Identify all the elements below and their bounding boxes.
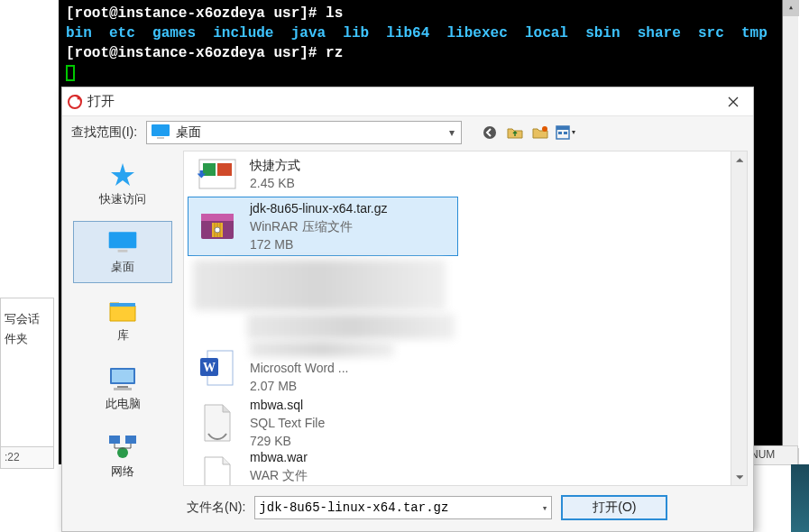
terminal-scrollbar[interactable]: ▴ ▾ — [782, 0, 798, 464]
svg-point-25 — [215, 227, 220, 233]
place-label: 快速访问 — [99, 191, 146, 207]
file-name: jdk-8u65-linux-x64.tar.gz — [250, 199, 388, 217]
app-icon — [68, 95, 82, 109]
left-session-label: 写会话 — [1, 309, 53, 329]
file-size: 2.07 MB — [250, 377, 394, 395]
filelist-scrollbar[interactable]: ⏶ ⏷ — [731, 151, 747, 485]
file-type: SQL Text File — [250, 414, 325, 432]
libraries-icon — [106, 297, 139, 324]
terminal-cmd-rz: rz — [326, 45, 343, 61]
status-left: :22 — [0, 446, 54, 469]
word-icon: W — [196, 346, 239, 390]
svg-rect-10 — [109, 233, 137, 249]
file-type: WinRAR 压缩文件 — [250, 217, 388, 235]
file-size: 2.45 KB — [250, 174, 300, 192]
quickaccess-icon — [106, 161, 139, 188]
right-decor — [791, 464, 809, 532]
desktop-icon — [106, 228, 139, 255]
svg-point-5 — [542, 126, 547, 132]
lookin-value: 桌面 — [176, 124, 443, 141]
terminal-prompt: [root@instance-x6ozdeya usr]# — [66, 45, 326, 61]
file-name: mbwa.sql — [250, 396, 325, 414]
svg-text:W: W — [203, 361, 216, 374]
place-label: 桌面 — [111, 259, 134, 275]
place-label: 网络 — [111, 463, 134, 480]
back-icon — [483, 125, 497, 140]
nav-back-button[interactable] — [480, 123, 500, 142]
svg-rect-8 — [558, 132, 562, 134]
svg-rect-23 — [201, 214, 234, 221]
lookin-dropdown[interactable]: 桌面 ▾ — [146, 121, 462, 144]
chevron-down-icon: ▾ — [443, 126, 461, 139]
svg-rect-7 — [556, 126, 569, 130]
file-name-redacted — [250, 341, 394, 357]
dialog-footer: 文件名(N): jdk-8u65-linux-x64.tar.gz ▾ 打开(O… — [62, 488, 753, 527]
place-libraries[interactable]: 库 — [73, 289, 172, 352]
chevron-down-icon: ▾ — [542, 502, 548, 514]
network-icon — [106, 433, 139, 460]
left-panel: 写会话 件夹 — [0, 298, 54, 469]
sql-file-icon — [196, 401, 239, 445]
up-folder-icon — [507, 125, 523, 140]
filename-combobox[interactable]: jdk-8u65-linux-x64.tar.gz ▾ — [254, 496, 552, 519]
open-button[interactable]: 打开(O) — [561, 495, 667, 520]
svg-point-4 — [483, 126, 496, 139]
filename-label: 文件名(N): — [187, 500, 245, 516]
lookin-toolbar: 查找范围(I): 桌面 ▾ — [62, 116, 753, 149]
svg-rect-15 — [117, 386, 128, 388]
svg-rect-9 — [564, 132, 567, 134]
file-name: 快捷方式 — [250, 156, 300, 174]
file-size: 00.0 MB — [250, 484, 308, 486]
close-button[interactable] — [713, 88, 753, 115]
file-item-war[interactable]: mbwa.war WAR 文件 00.0 MB — [188, 453, 458, 486]
terminal-cmd-ls: ls — [326, 5, 343, 22]
file-item-jdk[interactable]: jdk-8u65-linux-x64.tar.gz WinRAR 压缩文件 17… — [188, 197, 458, 256]
file-size: 172 MB — [250, 235, 388, 253]
scroll-down-icon[interactable]: ⏷ — [731, 469, 748, 485]
lookin-label: 查找范围(I): — [71, 124, 137, 141]
scroll-up-icon[interactable]: ▴ — [783, 0, 799, 16]
file-item-redacted[interactable] — [193, 260, 446, 310]
file-item-sql[interactable]: mbwa.sql SQL Text File 729 KB — [188, 393, 458, 453]
filename-value: jdk-8u65-linux-x64.tar.gz — [259, 500, 448, 515]
file-item-word[interactable]: W Microsoft Word ... 2.07 MB — [188, 343, 458, 393]
svg-rect-12 — [110, 303, 135, 307]
svg-rect-16 — [114, 388, 132, 390]
file-item-redacted[interactable] — [247, 314, 455, 339]
svg-rect-18 — [125, 436, 136, 444]
terminal-ls-output: bin etc games include java lib lib64 lib… — [66, 23, 791, 43]
open-button-label: 打开(O) — [593, 500, 636, 516]
svg-rect-2 — [152, 124, 170, 136]
file-item-shortcut[interactable]: 快捷方式 2.45 KB — [188, 151, 458, 197]
nav-up-button[interactable] — [505, 123, 525, 142]
view-menu-icon — [556, 125, 575, 140]
dialog-titlebar[interactable]: 打开 — [62, 87, 753, 116]
place-quickaccess[interactable]: 快速访问 — [73, 152, 172, 216]
svg-rect-3 — [157, 137, 164, 139]
open-dialog: 打开 查找范围(I): 桌面 ▾ — [61, 87, 754, 532]
place-label: 此电脑 — [106, 396, 141, 412]
terminal-cursor — [66, 65, 75, 81]
nav-newfolder-button[interactable] — [530, 123, 550, 142]
file-list[interactable]: 快捷方式 2.45 KB jdk-8u65-linux-x64.tar.gz W… — [183, 151, 748, 486]
file-size: 729 KB — [250, 432, 325, 450]
svg-rect-14 — [112, 370, 133, 382]
file-type: Microsoft Word ... — [250, 359, 394, 377]
file-name: mbwa.war — [250, 448, 308, 466]
terminal-prompt: [root@instance-x6ozdeya usr]# — [66, 5, 326, 22]
pc-icon — [106, 365, 139, 392]
archive-icon — [196, 205, 239, 248]
place-label: 库 — [117, 327, 129, 344]
svg-point-1 — [78, 96, 80, 99]
svg-rect-11 — [118, 250, 128, 252]
place-desktop[interactable]: 桌面 — [73, 221, 172, 284]
scroll-up-icon[interactable]: ⏶ — [731, 151, 748, 168]
place-network[interactable]: 网络 — [73, 425, 172, 488]
war-file-icon — [196, 454, 239, 486]
nav-view-button[interactable] — [556, 123, 575, 142]
close-icon — [728, 96, 739, 107]
shortcut-icon — [196, 152, 239, 196]
left-folder-label: 件夹 — [1, 329, 53, 349]
place-thispc[interactable]: 此电脑 — [73, 357, 172, 420]
file-type: WAR 文件 — [250, 466, 308, 484]
